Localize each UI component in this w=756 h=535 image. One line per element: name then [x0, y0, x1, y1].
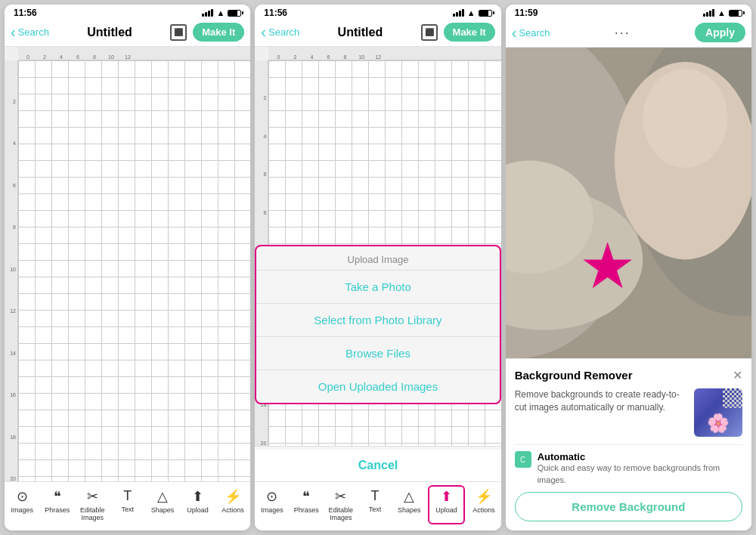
apply-button[interactable]: Apply	[695, 23, 745, 42]
back-button-2[interactable]: ‹ Search	[261, 23, 299, 41]
upload-option-photo[interactable]: Take a Photo	[256, 270, 499, 303]
upload-option-uploaded[interactable]: Open Uploaded Images	[256, 370, 499, 403]
nav-bar-1: ‹ Search Untitled ⬛ Make It	[5, 20, 250, 47]
auto-title: Automatic	[538, 451, 742, 462]
battery-icon-1	[228, 10, 241, 17]
toolbar-shapes-2[interactable]: △ Shapes	[392, 485, 426, 524]
make-it-button-2[interactable]: Make It	[444, 23, 495, 42]
shapes-icon-1: △	[157, 488, 168, 505]
screen-2: 11:56 ▲ ‹ Search Untitled	[255, 5, 500, 530]
cancel-button[interactable]: Cancel	[255, 450, 500, 481]
photo-area: ★	[506, 48, 751, 358]
remove-background-button[interactable]: Remove Background	[515, 492, 742, 521]
ruler-top-2: 0 2 4 6 8 10 12	[268, 47, 500, 60]
auto-description: Quick and easy way to remove backgrounds…	[538, 462, 742, 486]
toolbar-actions-2[interactable]: ⚡ Actions	[466, 485, 500, 524]
back-label-1: Search	[18, 26, 49, 38]
bg-remover-description: Remove backgrounds to create ready-to-cu…	[515, 388, 686, 414]
phrases-icon-2: ❝	[302, 488, 310, 505]
bottom-toolbar-1: ⊙ Images ❝ Phrases ✂ Editable Images T T…	[5, 481, 250, 530]
save-icon-1: ⬛	[174, 28, 183, 36]
status-icons-3: ▲	[703, 8, 742, 17]
toolbar-images-1[interactable]: ⊙ Images	[5, 485, 39, 524]
text-icon-2: T	[370, 488, 379, 504]
actions-icon-2: ⚡	[476, 488, 492, 505]
page-title-1: Untitled	[87, 26, 132, 39]
auto-text: Automatic Quick and easy way to remove b…	[538, 451, 742, 486]
upload-icon-2: ⬆	[441, 488, 452, 505]
bg-remover-panel: Background Remover ✕ Remove backgrounds …	[506, 358, 751, 530]
toolbar-editable-2[interactable]: ✂ Editable Images	[324, 485, 358, 524]
status-bar-1: 11:56 ▲	[5, 5, 250, 20]
bg-remover-content: Remove backgrounds to create ready-to-cu…	[515, 388, 742, 437]
wifi-icon-3: ▲	[717, 8, 726, 17]
back-button-1[interactable]: ‹ Search	[11, 23, 49, 41]
images-icon-1: ⊙	[17, 488, 28, 505]
auto-section: C Automatic Quick and easy way to remove…	[515, 444, 742, 486]
bottom-toolbar-2: ⊙ Images ❝ Phrases ✂ Editable Images T T…	[255, 481, 500, 530]
back-label-3: Search	[519, 27, 550, 39]
nav-bar-3: ‹ Search ··· Apply	[506, 20, 751, 48]
nav-bar-2: ‹ Search Untitled ⬛ Make It	[255, 20, 500, 47]
shapes-icon-2: △	[404, 488, 414, 505]
time-3: 11:59	[515, 8, 538, 18]
photo-svg: ★	[506, 48, 751, 358]
signal-icon-1	[202, 9, 213, 17]
time-1: 11:56	[14, 8, 37, 18]
upload-option-files[interactable]: Browse Files	[256, 336, 499, 370]
grid-canvas-1	[18, 60, 250, 481]
wifi-icon-2: ▲	[467, 8, 476, 17]
toolbar-phrases-2[interactable]: ❝ Phrases	[290, 485, 324, 524]
signal-icon-2	[453, 9, 464, 17]
cancel-area: Cancel	[255, 446, 500, 481]
status-icons-2: ▲	[453, 8, 492, 17]
battery-icon-2	[479, 10, 492, 17]
back-arrow-icon-2: ‹	[261, 23, 266, 41]
toolbar-images-2[interactable]: ⊙ Images	[255, 485, 289, 524]
ruler-left-1: 2 4 6 8 10 12 14 16 18 20	[5, 60, 18, 481]
toolbar-actions-1[interactable]: ⚡ Actions	[215, 485, 250, 524]
time-2: 11:56	[264, 8, 287, 18]
auto-icon-label: C	[520, 456, 525, 464]
ruler-top-1: 0 2 4 6 8 10 12	[18, 47, 250, 60]
editable-icon-1: ✂	[87, 488, 98, 505]
status-bar-3: 11:59 ▲	[506, 5, 751, 20]
wifi-icon-1: ▲	[216, 8, 225, 17]
toolbar-text-2[interactable]: T Text	[358, 485, 392, 524]
canvas-area-2: 0 2 4 6 8 10 12 2 4 6 8 10 12 14 16 18 2…	[255, 47, 500, 446]
toolbar-shapes-1[interactable]: △ Shapes	[145, 485, 180, 524]
status-icons-1: ▲	[202, 8, 241, 17]
toolbar-upload-2[interactable]: ⬆ Upload	[428, 485, 465, 524]
close-panel-button[interactable]: ✕	[733, 368, 742, 382]
bg-remover-title: Background Remover	[515, 369, 633, 382]
more-options-button[interactable]: ···	[615, 25, 631, 41]
page-title-2: Untitled	[338, 26, 383, 39]
toolbar-phrases-1[interactable]: ❝ Phrases	[39, 485, 74, 524]
back-button-3[interactable]: ‹ Search	[512, 24, 550, 42]
actions-icon-1: ⚡	[225, 488, 241, 505]
status-bar-2: 11:56 ▲	[255, 5, 500, 20]
phrases-icon-1: ❝	[54, 488, 61, 505]
signal-icon-3	[703, 9, 714, 17]
flower-thumbnail	[694, 388, 742, 437]
save-icon-2: ⬛	[425, 28, 434, 36]
toolbar-upload-1[interactable]: ⬆ Upload	[180, 485, 215, 524]
toolbar-editable-1[interactable]: ✂ Editable Images	[75, 485, 110, 524]
upload-title: Upload Image	[256, 246, 499, 270]
screen-1: 11:56 ▲ ‹ Search Untitled	[5, 5, 250, 530]
upload-icon-1: ⬆	[192, 488, 203, 505]
make-it-button-1[interactable]: Make It	[193, 23, 244, 42]
upload-sheet: Upload Image Take a Photo Select from Ph…	[255, 245, 500, 404]
text-icon-1: T	[123, 488, 132, 504]
images-icon-2: ⊙	[266, 488, 277, 505]
canvas-area-1: 0 2 4 6 8 10 12 2 4 6 8 10 12 14 16 18 2…	[5, 47, 250, 481]
screen-3: 11:59 ▲ ‹ Search ··· Apply	[506, 5, 751, 530]
battery-icon-3	[729, 10, 742, 17]
toolbar-text-1[interactable]: T Text	[110, 485, 144, 524]
automatic-icon: C	[515, 451, 531, 468]
photo-image: ★	[506, 48, 751, 358]
upload-option-library[interactable]: Select from Photo Library	[256, 303, 499, 336]
save-button-2[interactable]: ⬛	[421, 24, 438, 41]
save-button-1[interactable]: ⬛	[170, 24, 187, 41]
back-arrow-icon-3: ‹	[512, 24, 517, 42]
